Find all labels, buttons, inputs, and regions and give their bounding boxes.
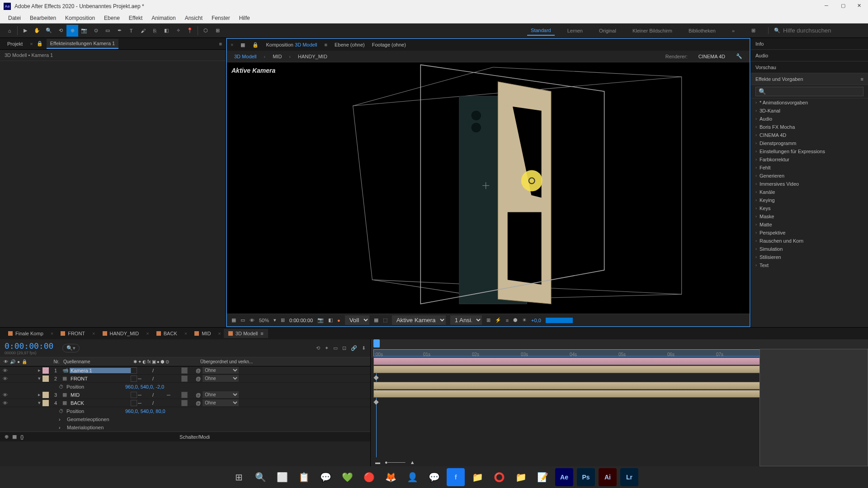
effect-category[interactable]: ›Dienstprogramm: [751, 139, 868, 147]
menu-hilfe[interactable]: Hilfe: [235, 15, 255, 21]
effect-category[interactable]: ›Keying: [751, 196, 868, 204]
effect-category[interactable]: ›Fehlt: [751, 164, 868, 172]
current-time-display[interactable]: 0:00:00:00: [289, 318, 313, 323]
taskbar-app-icon[interactable]: Lr: [620, 468, 638, 486]
stopwatch-icon[interactable]: ⏱: [59, 384, 64, 389]
exposure-value[interactable]: +0,0: [531, 318, 541, 323]
menu-komposition[interactable]: Komposition: [61, 15, 99, 21]
nav-handymid[interactable]: HANDY_MID: [298, 54, 327, 59]
vc-timeline-icon[interactable]: ≡: [506, 318, 509, 323]
minimize-button[interactable]: ─: [825, 3, 832, 10]
expand-toggle[interactable]: ▾: [36, 400, 42, 406]
layer-row[interactable]: 👁 ▾ 2 ▦ FRONT ─/ @Ohne: [0, 375, 370, 383]
layer-name[interactable]: FRONT: [70, 376, 131, 381]
vc-grid-icon[interactable]: ⊞: [281, 317, 285, 323]
effect-category[interactable]: ›Keys: [751, 204, 868, 212]
maximize-button[interactable]: ▢: [841, 3, 848, 10]
nav-3dmodell[interactable]: 3D Modell: [234, 54, 257, 59]
viewport[interactable]: Aktive Kamera: [227, 62, 750, 314]
taskbar-app-icon[interactable]: 📁: [468, 468, 486, 486]
zoom-slider[interactable]: ●─────: [385, 460, 406, 465]
taskbar-app-icon[interactable]: 💬: [425, 468, 443, 486]
zoom-level[interactable]: 50%: [259, 318, 269, 323]
taskbar-app-icon[interactable]: ⬜: [273, 468, 291, 486]
comp-tab-komposition[interactable]: Komposition 3D Modell: [266, 42, 317, 47]
layer-color[interactable]: [42, 400, 49, 406]
zoom-out-icon[interactable]: ▬: [375, 460, 380, 465]
effect-category[interactable]: ›Boris FX Mocha: [751, 123, 868, 131]
comp-tab-menu-icon[interactable]: ≡: [325, 42, 327, 47]
rp-vorschau-header[interactable]: Vorschau: [751, 61, 868, 73]
taskbar-app-icon[interactable]: 📁: [512, 468, 530, 486]
menu-ebene[interactable]: Ebene: [99, 15, 124, 21]
vc-mask-icon[interactable]: 👁: [250, 318, 255, 323]
comp-flow-icon[interactable]: ▦: [241, 42, 245, 48]
taskbar-app-icon[interactable]: f: [447, 468, 465, 486]
taskbar-app-icon[interactable]: Ai: [599, 468, 617, 486]
tl-footer-icon3[interactable]: {}: [20, 434, 24, 440]
effect-category[interactable]: ›Kanäle: [751, 188, 868, 196]
effect-category[interactable]: ›3D-Kanal: [751, 107, 868, 115]
tl-link-icon[interactable]: 🔗: [351, 345, 357, 351]
pan-behind-tool[interactable]: ⊙: [90, 25, 102, 37]
taskbar-app-icon[interactable]: Ps: [577, 468, 595, 486]
menu-fenster[interactable]: Fenster: [207, 15, 235, 21]
text-tool[interactable]: T: [125, 25, 137, 37]
parent-select[interactable]: Ohne: [203, 367, 239, 374]
home-tool[interactable]: ⌂: [4, 25, 15, 37]
camera-select[interactable]: Aktive Kamera: [392, 315, 446, 325]
layer-color[interactable]: [42, 392, 49, 398]
vc-region-icon[interactable]: ◧: [328, 317, 333, 323]
workspace-kleiner[interactable]: Kleiner Bildschirm: [629, 26, 676, 35]
effect-category[interactable]: ›Matte: [751, 221, 868, 229]
comp-close-icon[interactable]: ×: [231, 42, 233, 47]
expand-toggle[interactable]: ▸: [36, 367, 42, 373]
pickwhip-icon[interactable]: @: [196, 376, 201, 381]
col-visibility-icon[interactable]: 👁: [4, 359, 8, 364]
property-row[interactable]: ⏱Position960,0, 540,0, 80,0: [0, 407, 370, 415]
col-name-header[interactable]: Quellenname: [63, 359, 133, 364]
layer-row[interactable]: 👁 ▸ 3 ▦ MID ─/─ @Ohne: [0, 391, 370, 399]
pickwhip-icon[interactable]: @: [196, 368, 201, 373]
workspace-original[interactable]: Original: [595, 26, 620, 35]
property-row[interactable]: ›Materialoptionen: [0, 423, 370, 432]
vc-pixel-icon[interactable]: ⊞: [486, 317, 491, 323]
timeline-tab[interactable]: FRONT: [56, 329, 90, 338]
col-audio-icon[interactable]: 🔊: [10, 359, 15, 364]
tl-frame-icon[interactable]: ⊡: [342, 345, 346, 351]
taskbar-app-icon[interactable]: 💚: [338, 468, 356, 486]
timeline-tab[interactable]: 3D Modell ≡: [224, 329, 268, 338]
vc-3d-icon[interactable]: ⬚: [383, 317, 387, 323]
taskbar-app-icon[interactable]: Ae: [555, 468, 573, 486]
parent-select[interactable]: Ohne: [203, 391, 239, 398]
taskbar-app-icon[interactable]: 👤: [403, 468, 421, 486]
stopwatch-icon[interactable]: ⏱: [59, 408, 64, 414]
tab-projekt[interactable]: Projekt: [4, 39, 26, 48]
vc-draft-icon[interactable]: ⬢: [513, 317, 518, 323]
brush-tool[interactable]: 🖌: [137, 25, 149, 37]
effect-category[interactable]: ›Einstellungen für Expressions: [751, 147, 868, 155]
effect-category[interactable]: ›Immersives Video: [751, 180, 868, 188]
help-search-input[interactable]: [783, 27, 864, 34]
layer-row[interactable]: 👁 ▾ 4 ▦ BACK ─/ @Ohne: [0, 399, 370, 407]
taskbar-app-icon[interactable]: 📝: [533, 468, 552, 486]
layer-name[interactable]: MID: [70, 392, 131, 398]
menu-datei[interactable]: Datei: [4, 15, 25, 21]
effect-category[interactable]: ›* Animationsvorgaben: [751, 99, 868, 107]
property-value[interactable]: 960,0, 540,0, 80,0: [125, 408, 165, 414]
pickwhip-icon[interactable]: @: [196, 392, 201, 398]
rotation-tool[interactable]: ⊕: [66, 25, 78, 37]
views-select[interactable]: 1 Ansi...: [450, 315, 482, 325]
layer-name[interactable]: Kamera 1: [70, 368, 131, 373]
pen-tool[interactable]: ✒: [113, 25, 125, 37]
vc-transparency-icon[interactable]: ▦: [374, 317, 378, 323]
selection-tool[interactable]: ▶: [19, 25, 31, 37]
layer-row[interactable]: 👁 ▸ 1 📹 Kamera 1 / @Ohne: [0, 366, 370, 375]
panel-menu-icon[interactable]: ≡: [219, 41, 222, 47]
eraser-tool[interactable]: ◧: [160, 25, 172, 37]
timeline-tab[interactable]: HANDY_MID: [98, 329, 144, 338]
shape-tool[interactable]: ▭: [102, 25, 113, 37]
effect-category[interactable]: ›Rauschen und Korn: [751, 237, 868, 245]
timeline-tab[interactable]: Finale Komp: [4, 329, 48, 338]
timeline-current-time[interactable]: 0:00:00:00: [5, 341, 53, 351]
